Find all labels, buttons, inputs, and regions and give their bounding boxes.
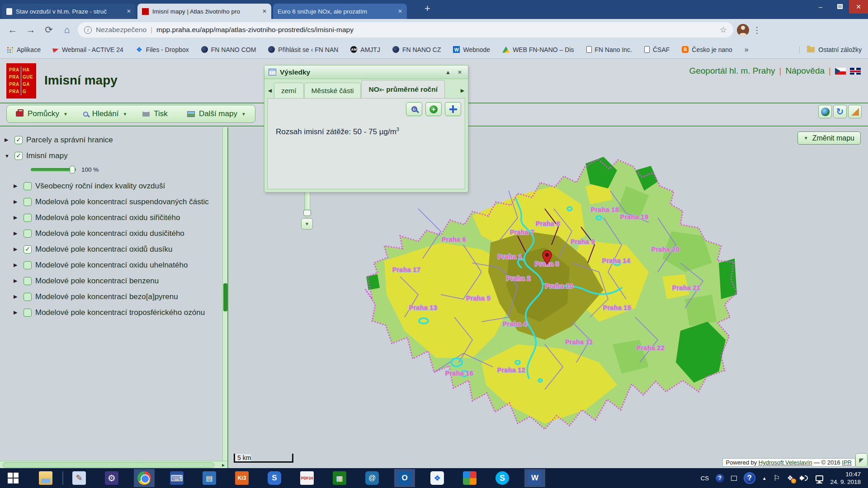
zoom-slider-thumb[interactable]: [303, 210, 311, 216]
volume-tray-icon[interactable]: [800, 474, 809, 482]
layer-checkbox[interactable]: [24, 277, 32, 285]
flag-tray-icon[interactable]: ⚐: [774, 474, 780, 483]
dropbox-icon[interactable]: ❖: [427, 469, 448, 487]
ipr-link[interactable]: IPR: [842, 459, 852, 466]
avg-icon[interactable]: [459, 469, 480, 487]
expand-arrow-icon[interactable]: ▶: [14, 199, 20, 205]
bookmark-item[interactable]: Webmail - ACTIVE 24: [53, 46, 123, 53]
layer-item[interactable]: ▶✓Parcely a správní hranice: [5, 132, 226, 148]
expand-arrow-icon[interactable]: ▶: [14, 215, 20, 221]
bookmark-item[interactable]: WEB FN-NANO – Dis: [502, 46, 574, 53]
file-explorer-icon[interactable]: [35, 469, 56, 487]
layer-checkbox[interactable]: [24, 293, 32, 301]
browser-tab[interactable]: Imisní mapy | Atlas životního pro ✕: [137, 4, 271, 19]
slider-thumb[interactable]: [70, 166, 75, 174]
new-tab-button[interactable]: +: [425, 3, 430, 14]
layer-item[interactable]: ▶Modelové pole koncentrací troposférické…: [5, 305, 226, 320]
layer-checkbox[interactable]: [24, 214, 32, 222]
layer-label[interactable]: Modelová pole koncentrací oxidu siřičité…: [35, 213, 180, 222]
hydrosoft-link[interactable]: Hydrosoft Veleslavín: [759, 459, 812, 466]
tab-close-icon[interactable]: ✕: [127, 8, 131, 14]
pdf24-icon[interactable]: PDF24: [297, 469, 317, 487]
outlook-icon[interactable]: O: [394, 469, 415, 487]
expand-arrow-icon[interactable]: ▶: [14, 183, 20, 189]
overview-globe-button[interactable]: [818, 105, 832, 118]
expand-arrow-icon[interactable]: ▶: [5, 137, 11, 143]
layer-checkbox[interactable]: [24, 182, 32, 190]
zoom-out-button[interactable]: ▼: [301, 218, 313, 230]
add-result-button[interactable]: +: [425, 102, 442, 116]
bookmarks-overflow-chevron[interactable]: »: [745, 46, 749, 54]
sidebar-vertical-scrollbar[interactable]: [222, 127, 227, 461]
print-button[interactable]: Tisk: [142, 109, 172, 118]
search-menu[interactable]: Hledání ▼: [83, 109, 127, 118]
layer-label[interactable]: Modelové pole koncentrací troposférickéh…: [35, 308, 205, 317]
bookmark-item[interactable]: B Česko je nano: [682, 46, 732, 53]
browser-tab[interactable]: Euro 6 snižuje NOx, ale prozatím ✕: [273, 4, 407, 19]
layer-item[interactable]: ▼✓Imisní mapy: [5, 148, 226, 164]
layer-checkbox[interactable]: [24, 230, 32, 238]
start-button[interactable]: [3, 469, 24, 487]
url-text[interactable]: mpp.praha.eu/app/map/atlas-zivotniho-pro…: [156, 26, 716, 34]
results-titlebar[interactable]: Výsledky ▲ ✕: [264, 66, 468, 79]
results-tab[interactable]: NOx - průměrné roční: [361, 80, 445, 98]
layer-checkbox[interactable]: [24, 198, 32, 206]
opacity-slider[interactable]: 100 %: [31, 164, 226, 175]
layer-label[interactable]: Modelové pole koncentrací benzenu: [35, 277, 159, 286]
system-monitor-icon[interactable]: ▤: [199, 469, 220, 487]
address-bar[interactable]: i Nezabezpečeno | mpp.praha.eu/app/map/a…: [78, 22, 733, 38]
forward-icon[interactable]: →: [24, 24, 38, 35]
zoom-to-result-button[interactable]: [406, 102, 422, 116]
audio-recorder-icon[interactable]: @: [362, 469, 382, 487]
pan-to-result-button[interactable]: [445, 102, 461, 116]
word-icon[interactable]: W: [524, 469, 545, 487]
layer-label[interactable]: Modelové pole koncentrací oxidu uhelnaté…: [35, 261, 188, 270]
collapse-icon[interactable]: ▲: [444, 69, 452, 75]
english-flag-icon[interactable]: [850, 68, 861, 75]
bookmark-item[interactable]: AM AMJTJ: [350, 46, 380, 53]
skype-icon[interactable]: S: [492, 469, 513, 487]
bookmark-item[interactable]: W Webnode: [453, 46, 490, 53]
scrollbar-thumb[interactable]: [223, 283, 227, 311]
info-icon[interactable]: i: [84, 26, 92, 34]
layer-item[interactable]: ▶Modelové pole koncentrací oxidu uhelnat…: [5, 257, 226, 273]
layer-checkbox[interactable]: ✓: [24, 245, 32, 253]
results-tab[interactable]: Městské části: [304, 83, 361, 98]
layer-checkbox[interactable]: ✓: [14, 152, 23, 160]
expand-arrow-icon[interactable]: ▶: [14, 278, 20, 284]
onscreen-keyboard-icon[interactable]: ⌨: [166, 469, 187, 487]
layer-label[interactable]: Modelové pole koncentrací oxidů dusíku: [35, 245, 172, 254]
slider-track[interactable]: [31, 168, 76, 171]
change-map-button[interactable]: ▼ Změnit mapu: [797, 131, 861, 145]
browser-tab[interactable]: Stav ovzduší v hl.m. Praze - struč ✕: [2, 4, 136, 19]
bookmark-item[interactable]: Přihlásit se ‹ FN NAN: [268, 46, 338, 53]
calculator-icon[interactable]: ▦: [329, 469, 350, 487]
more-maps-menu[interactable]: Další mapy ▼: [187, 109, 246, 118]
other-bookmarks-label[interactable]: Ostatní záložky: [818, 46, 862, 53]
window-tray-icon[interactable]: [731, 476, 737, 481]
tabs-scroll-right[interactable]: ▶: [459, 88, 466, 98]
scroll-right-button[interactable]: ▶: [220, 462, 226, 468]
layer-label[interactable]: Modelová pole koncentrací oxidu dusičité…: [35, 229, 184, 238]
sidesync-icon[interactable]: S: [264, 469, 285, 487]
bookmark-item[interactable]: FN NANO COM: [201, 46, 256, 53]
settings-icon[interactable]: ⚙: [101, 469, 122, 487]
bookmark-item[interactable]: ❖ Files - Dropbox: [136, 46, 189, 53]
hidden-icons-chevron[interactable]: ▲: [762, 476, 767, 481]
layer-checkbox[interactable]: [24, 261, 32, 269]
layer-label[interactable]: Modelové pole koncentrací bezo[a]pyrenu: [35, 292, 178, 301]
back-icon[interactable]: ←: [5, 24, 20, 35]
expand-arrow-icon[interactable]: ▶: [14, 294, 20, 300]
ki3-icon[interactable]: Ki3: [231, 469, 252, 487]
layer-label[interactable]: Všeobecný roční index kvality ovzduší: [35, 182, 165, 191]
browser-menu-icon[interactable]: ⋮: [753, 25, 762, 35]
expand-arrow-icon[interactable]: ▶: [14, 230, 20, 236]
layer-checkbox[interactable]: [24, 309, 32, 317]
expand-arrow-icon[interactable]: ▶: [14, 262, 20, 268]
bookmark-star-icon[interactable]: ☆: [720, 25, 727, 35]
czech-flag-icon[interactable]: [835, 68, 846, 75]
paint-icon[interactable]: ✎: [69, 469, 90, 487]
close-button[interactable]: ✕: [849, 0, 868, 14]
minimize-button[interactable]: –: [811, 0, 830, 14]
resize-handle[interactable]: ◤: [855, 453, 868, 467]
